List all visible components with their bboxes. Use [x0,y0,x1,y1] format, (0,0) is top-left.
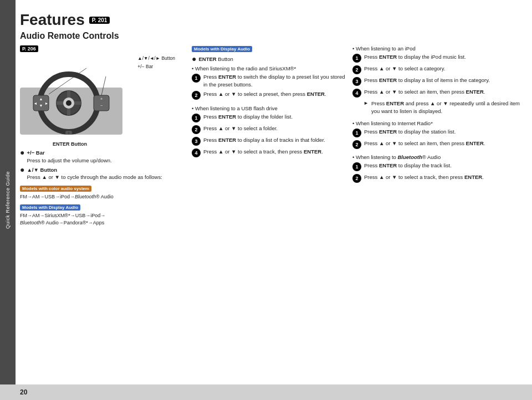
svg-text:◄: ◄ [34,101,38,105]
display-audio-badge-mid: Models with Display Audio [192,46,252,52]
svg-text:−: − [100,104,103,107]
svg-text:►: ► [45,101,49,105]
svg-point-18 [66,100,71,106]
middle-column: Models with Display Audio ● ENTER Button… [192,45,347,227]
flow-color-text: FM→AM→USB→iPod→Bluetooth® Audio [20,193,186,201]
steps-usb: 1 Press ENTER to display the folder list… [192,113,347,157]
when-bluetooth: • When listening to Bluetooth® Audio [352,154,526,160]
steps-radio: 1 Press ENTER to switch the display to a… [192,73,347,100]
page-number: 20 [20,388,27,396]
vol-text: Press to adjust the volume up/down. [27,157,111,163]
steps-ipod: 1 Press ENTER to display the iPod music … [352,53,526,98]
when-usb: • When listening to a USB flash drive [192,105,347,111]
section-title: Audio Remote Controls [20,31,526,41]
enter-button-label: ENTER Button [20,141,120,147]
section-sub-ref: P. 206 [20,45,186,52]
bar-label: +/− Bar [137,63,175,71]
steps-bluetooth: 1 Press ENTER to display the track list.… [352,162,526,183]
steering-wheel-diagram: ▲/▼/◄/► Button +/− Bar [20,54,186,147]
when-radio: • When listening to the radio and Sirius… [192,65,347,71]
left-column: P. 206 ▲/▼/◄/► Button +/− Bar [20,45,186,227]
color-audio-badge: Models with color audio system [20,186,91,192]
when-ipod: • When listening to an iPod [352,45,526,52]
page-title: Features [20,11,85,29]
steering-wheel-svg: ▲ ▼ ◄ ► + − H [20,54,122,135]
display-audio-badge-left: Models with Display Audio [20,204,80,211]
page-ref: P. 201 [89,17,110,24]
page-title-area: Features P. 201 [20,11,526,29]
svg-text:+: + [100,97,103,101]
left-bullets: ● +/− Bar Press to adjust the volume up/… [20,149,186,181]
sidebar: Quick Reference Guide [0,0,16,400]
svg-text:▲: ▲ [39,97,43,101]
section-ref-badge: P. 206 [20,45,38,52]
button-label: ▲/▼/◄/► Button [137,54,175,63]
svg-text:▼: ▼ [39,104,43,107]
steps-internet: 1 Press ENTER to display the station lis… [352,128,526,149]
sidebar-label: Quick Reference Guide [5,171,11,229]
arrow-step: ► Press ENTER and press ▲ or ▼ repeatedl… [364,100,526,115]
bottom-bar: 20 [0,384,532,400]
flow-display-text: FM→AM→SiriusXM®*→USB→iPod→ Bluetooth® Au… [20,212,186,227]
main-content: Features P. 201 Audio Remote Controls P.… [20,11,526,380]
cycle-text: Press ▲ or ▼ to cycle through the audio … [27,174,162,180]
when-internet: • When listening to Internet Radio* [352,120,526,126]
right-column: • When listening to an iPod 1 Press ENTE… [352,45,526,227]
